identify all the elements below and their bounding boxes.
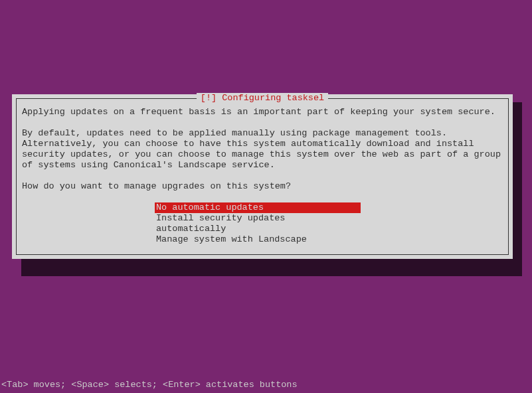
option-manage-with-landscape[interactable]: Manage system with Landscape [155, 234, 361, 245]
option-install-security-updates[interactable]: Install security updates automatically [155, 213, 361, 234]
dialog-box: [!] Configuring tasksel Applying updates… [12, 94, 513, 259]
dialog-title-wrap: [!] Configuring tasksel [17, 93, 508, 104]
dialog-paragraph-2: By default, updates need to be applied m… [22, 128, 503, 171]
dialog-inner: [!] Configuring tasksel Applying updates… [16, 98, 509, 255]
option-no-automatic-updates[interactable]: No automatic updates [155, 202, 361, 213]
dialog-question: How do you want to manage upgrades on th… [22, 181, 503, 192]
dialog-title: [!] Configuring tasksel [197, 93, 328, 104]
dialog-paragraph-1: Applying updates on a frequent basis is … [22, 107, 503, 118]
options-list: No automatic updates Install security up… [155, 202, 503, 245]
help-bar: <Tab> moves; <Space> selects; <Enter> ac… [1, 380, 298, 390]
